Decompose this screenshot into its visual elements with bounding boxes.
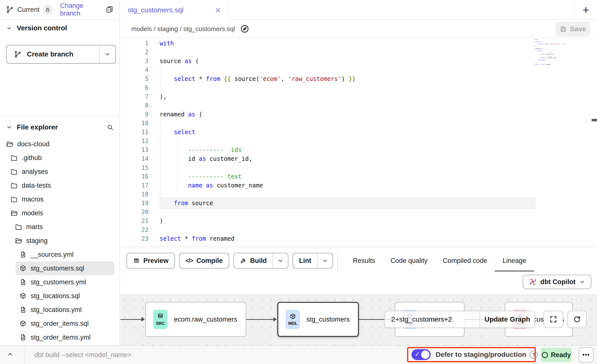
minimap[interactable]: with source as ( select * from {{ source… <box>535 39 565 69</box>
version-control-title: Version control <box>17 24 67 32</box>
update-graph-button[interactable]: Update Graph <box>480 311 535 328</box>
code-line-6[interactable]: 6 <box>120 83 536 92</box>
tab-results[interactable]: Results <box>353 247 375 274</box>
dbt-copilot-button[interactable]: dbt Copilot <box>523 275 591 289</box>
chevron-up-icon[interactable] <box>6 351 14 358</box>
wrench-icon <box>240 257 247 264</box>
file-item-analyses[interactable]: analyses <box>0 165 119 179</box>
code-text: renamed as ( <box>160 110 202 119</box>
line-number: 6 <box>120 83 149 92</box>
lineage-canvas[interactable]: SRCecom.raw_customersMDLstg_customersMDL… <box>120 294 597 345</box>
more-options-button[interactable]: ••• <box>579 347 594 363</box>
line-number: 11 <box>120 128 149 137</box>
compass-icon[interactable] <box>240 24 249 34</box>
file-item-stg-order-items-yml[interactable]: stg_order_items.yml <box>0 330 119 344</box>
code-line-12[interactable]: 12 <box>120 137 536 146</box>
compile-button[interactable]: </> Compile <box>179 253 229 269</box>
file-item-stg-locations-sql[interactable]: stg_locations.sql <box>0 289 119 303</box>
line-number: 16 <box>120 172 149 181</box>
help-icon[interactable]: ? <box>530 351 538 359</box>
preview-button[interactable]: Preview <box>127 253 175 269</box>
file-item-models[interactable]: models <box>0 206 119 220</box>
code-editor[interactable]: 1with23source as (45 select * from {{ so… <box>120 38 597 247</box>
code-line-9[interactable]: 9renamed as ( <box>120 110 536 119</box>
code-line-14[interactable]: 14 id as customer_id, <box>120 154 536 163</box>
mdl-badge: MDL <box>286 310 300 329</box>
code-line-4[interactable]: 4 <box>120 66 536 74</box>
file-icon <box>19 278 27 286</box>
code-text: from source <box>160 199 213 208</box>
file-item-marts[interactable]: marts <box>0 220 119 234</box>
lineage-node-ecom-raw-customers[interactable]: SRCecom.raw_customers <box>145 302 246 337</box>
file-item--sources-yml[interactable]: __sources.yml <box>0 248 119 261</box>
create-branch-button[interactable]: Create branch <box>6 45 116 64</box>
fullscreen-button[interactable] <box>543 311 563 328</box>
tab-stg-customers-sql[interactable]: stg_customers.sql ✕ <box>120 0 229 20</box>
code-line-11[interactable]: 11 select <box>120 128 536 137</box>
build-button[interactable]: Build <box>233 253 289 269</box>
lint-dropdown[interactable] <box>317 253 333 268</box>
file-item-stg-customers-sql[interactable]: stg_customers.sql <box>16 261 114 275</box>
ready-label: Ready <box>551 351 571 359</box>
editor-tabstrip: stg_customers.sql ✕ + <box>120 0 597 20</box>
lint-button[interactable]: Lint <box>293 253 333 269</box>
tab-compiled-code[interactable]: Compiled code <box>443 247 487 274</box>
create-branch-label: Create branch <box>27 50 73 58</box>
copy-icon[interactable] <box>106 6 113 14</box>
code-line-7[interactable]: 7), <box>120 92 536 101</box>
file-tree: docs-cloud.githubanalysesdata-testsmacro… <box>0 137 119 344</box>
code-line-16[interactable]: 16 ---------- text <box>120 172 536 181</box>
dbt-logo-icon <box>529 278 537 286</box>
code-line-22[interactable]: 22 <box>120 225 536 234</box>
refresh-button[interactable] <box>567 311 587 328</box>
code-line-3[interactable]: 3source as ( <box>120 57 536 66</box>
file-item-docs-cloud[interactable]: docs-cloud <box>0 137 119 151</box>
file-item-data-tests[interactable]: data-tests <box>0 179 119 192</box>
code-line-2[interactable]: 2 <box>120 48 536 57</box>
node-label: ecom.raw_customers <box>174 316 237 323</box>
create-branch-main[interactable]: Create branch <box>7 45 99 63</box>
code-line-18[interactable]: 18 <box>120 190 536 199</box>
code-line-5[interactable]: 5 select * from {{ source('ecom', 'raw_c… <box>120 74 536 83</box>
tab-lineage[interactable]: Lineage <box>503 247 526 274</box>
folder-open-icon <box>10 209 18 217</box>
file-item-macros[interactable]: macros <box>0 192 119 206</box>
file-item-stg-locations-yml[interactable]: stg_locations.yml <box>0 303 119 317</box>
scrollbar-handle[interactable] <box>592 119 597 121</box>
lineage-selector-input[interactable]: 2+stg_customers+2 <box>385 311 480 328</box>
code-line-23[interactable]: 23select * from renamed <box>120 234 536 243</box>
code-line-1[interactable]: 1with <box>120 39 536 48</box>
file-item-staging[interactable]: staging <box>0 234 119 248</box>
new-tab-button[interactable]: + <box>574 0 597 20</box>
version-control-header[interactable]: Version control <box>6 24 67 32</box>
code-text: ), <box>160 92 167 101</box>
code-line-19[interactable]: 19 from source <box>120 199 536 208</box>
code-line-17[interactable]: 17 name as customer_name <box>120 181 536 190</box>
command-input[interactable]: dbt build --select <model_name> <box>34 351 131 359</box>
node-label: stg_customers <box>306 316 350 323</box>
line-number: 22 <box>120 225 149 234</box>
tab-code-quality[interactable]: Code quality <box>391 247 428 274</box>
code-line-8[interactable]: 8 <box>120 101 536 110</box>
code-line-20[interactable]: 20 <box>120 208 536 217</box>
search-icon[interactable] <box>107 124 113 131</box>
build-dropdown[interactable] <box>273 253 288 268</box>
plus-icon: + <box>583 3 589 17</box>
code-line-21[interactable]: 21) <box>120 217 536 225</box>
file-item-label: analyses <box>22 168 48 176</box>
code-line-13[interactable]: 13 ---------- ids <box>120 146 536 154</box>
close-icon[interactable]: ✕ <box>215 6 221 15</box>
lineage-edge <box>246 319 274 320</box>
change-branch-link[interactable]: Change branch <box>60 2 101 17</box>
file-item-stg-customers-yml[interactable]: stg_customers.yml <box>0 275 119 289</box>
file-item-stg-order-items-sql[interactable]: stg_order_items.sql <box>0 317 119 330</box>
lineage-node-stg-customers[interactable]: MDLstg_customers <box>277 302 359 337</box>
code-line-15[interactable]: 15 <box>120 163 536 172</box>
line-number: 3 <box>120 57 149 66</box>
code-line-10[interactable]: 10 <box>120 119 536 128</box>
create-branch-dropdown[interactable] <box>99 45 115 63</box>
defer-toggle[interactable]: ✓ <box>411 349 431 360</box>
file-item--github[interactable]: .github <box>0 151 119 165</box>
save-button[interactable]: Save <box>556 22 590 36</box>
file-explorer-header[interactable]: File explorer <box>0 120 119 134</box>
